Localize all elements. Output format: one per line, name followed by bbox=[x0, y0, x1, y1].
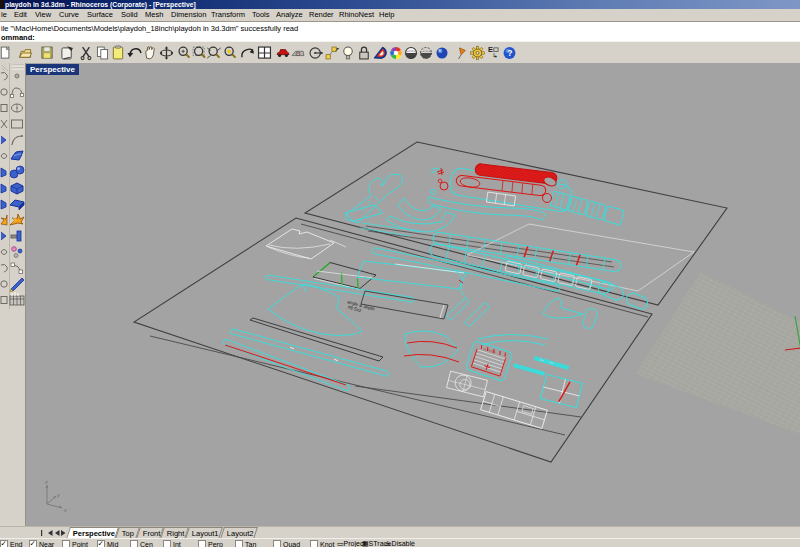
svg-text:PLAY-DO: PLAY-DO bbox=[483, 347, 497, 355]
svg-text:y: y bbox=[56, 492, 61, 498]
svg-text:x: x bbox=[63, 507, 67, 513]
svg-text:z: z bbox=[44, 479, 48, 485]
svg-text:↳: ↳ bbox=[492, 52, 498, 59]
svg-text:?: ? bbox=[507, 48, 512, 58]
